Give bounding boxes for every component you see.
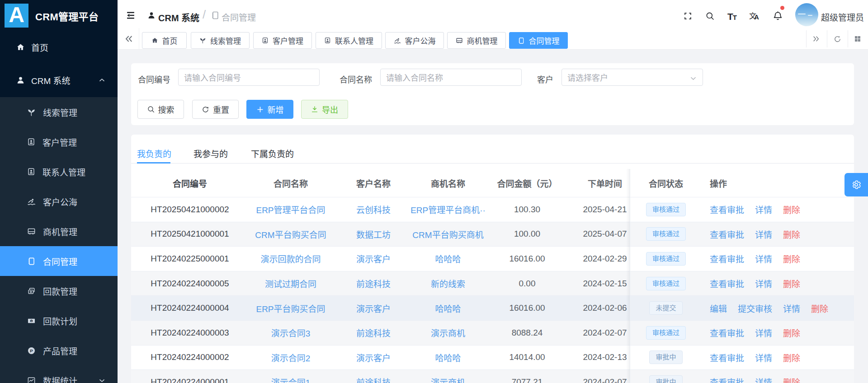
svg-text:P: P bbox=[30, 348, 33, 353]
